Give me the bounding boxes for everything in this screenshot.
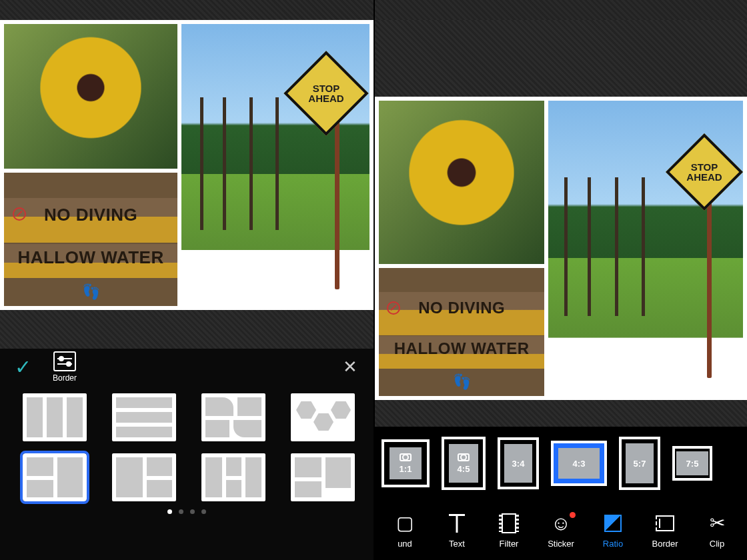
app-root: NO DIVING HALLOW WATER 👣 STOP AHEAD ✓ xyxy=(0,0,747,560)
smile-icon: ☺ xyxy=(551,512,572,535)
letterbox-top xyxy=(375,20,747,97)
ratio-4:3[interactable]: 4:3 xyxy=(551,441,607,486)
layout-option-l4[interactable] xyxy=(291,393,355,441)
layout-option-l7[interactable] xyxy=(201,453,265,501)
pane-ratio-editor: NO DIVING HALLOW WATER 👣 STOP AHEAD 1:14… xyxy=(375,0,747,560)
ratio-4:5[interactable]: 4:5 xyxy=(442,437,486,490)
page-dot[interactable] xyxy=(179,509,183,514)
border-icon xyxy=(656,512,674,535)
photo-stop-ahead[interactable]: STOP AHEAD xyxy=(181,24,369,306)
ratio-label: 7:5 xyxy=(686,459,699,469)
ratio-1:1[interactable]: 1:1 xyxy=(382,439,430,487)
layout-option-l8[interactable] xyxy=(291,453,355,501)
tool-label: Filter xyxy=(500,539,519,549)
layout-option-l1[interactable] xyxy=(23,393,87,441)
cancel-button[interactable]: ✕ xyxy=(337,354,363,380)
border-label: Border xyxy=(53,373,77,383)
status-strip xyxy=(375,0,747,20)
border-icon xyxy=(53,351,76,371)
border-tab[interactable]: Border xyxy=(53,351,77,383)
sign-text-line1: NO DIVING xyxy=(4,205,177,225)
bottom-toolbar: ▢undTextFilter☺StickerRatioBorder✂Clip xyxy=(375,500,747,560)
layout-option-l5[interactable] xyxy=(23,453,87,501)
tool-background[interactable]: ▢und xyxy=(379,512,431,549)
tool-label: und xyxy=(398,539,412,549)
tool-label: Clip xyxy=(710,539,724,549)
photo-flower[interactable] xyxy=(4,24,177,169)
tool-text[interactable]: Text xyxy=(431,512,483,549)
notification-dot xyxy=(570,512,576,518)
ratio-label: 4:5 xyxy=(458,464,470,474)
layout-panel-header: ✓ Border ✕ xyxy=(0,349,374,384)
layout-grid xyxy=(0,384,374,505)
feet-icon: 👣 xyxy=(4,283,177,301)
layout-option-l2[interactable] xyxy=(112,393,176,441)
layout-option-l6[interactable] xyxy=(112,453,176,501)
instagram-icon xyxy=(458,453,470,461)
layout-panel: ✓ Border ✕ xyxy=(0,310,374,560)
photo-flower[interactable] xyxy=(379,101,544,264)
ratio-3:4[interactable]: 3:4 xyxy=(498,437,539,489)
sign-pole xyxy=(707,201,712,379)
tool-label: Border xyxy=(652,539,678,549)
sign-pole xyxy=(335,120,339,289)
letterbox-bottom xyxy=(375,400,747,427)
ratio-label: 5:7 xyxy=(634,459,646,469)
instagram-icon xyxy=(400,453,412,461)
tool-label: Text xyxy=(449,539,465,549)
page-dot[interactable] xyxy=(201,509,206,514)
ratio-strip[interactable]: 1:14:53:44:35:77:5 xyxy=(375,427,747,500)
ratio-label: 3:4 xyxy=(512,459,525,469)
confirm-button[interactable]: ✓ xyxy=(11,354,35,380)
status-strip xyxy=(0,0,374,20)
tool-sticker[interactable]: ☺Sticker xyxy=(535,512,587,549)
square-icon: ▢ xyxy=(396,512,414,535)
ratio-label: 1:1 xyxy=(400,464,412,474)
collage-preview[interactable]: NO DIVING HALLOW WATER 👣 STOP AHEAD xyxy=(0,20,374,310)
page-dots[interactable] xyxy=(0,505,374,521)
photo-stop-ahead[interactable]: STOP AHEAD xyxy=(548,101,743,396)
page-dot[interactable] xyxy=(167,509,172,514)
text-icon xyxy=(449,512,465,535)
ratio-icon xyxy=(604,512,622,535)
ratio-7:5[interactable]: 7:5 xyxy=(672,446,712,481)
tool-clip[interactable]: ✂Clip xyxy=(691,512,743,549)
tool-filter[interactable]: Filter xyxy=(483,512,535,549)
collage-preview[interactable]: NO DIVING HALLOW WATER 👣 STOP AHEAD xyxy=(375,97,747,400)
page-dot[interactable] xyxy=(190,509,195,514)
sign-text-line2: HALLOW WATER xyxy=(4,247,177,268)
tool-border[interactable]: Border xyxy=(639,512,691,549)
photo-pool-signs[interactable]: NO DIVING HALLOW WATER 👣 xyxy=(4,173,177,306)
sign-text-line1: NO DIVING xyxy=(379,299,544,317)
tool-label: Sticker xyxy=(548,539,574,549)
photo-pool-signs[interactable]: NO DIVING HALLOW WATER 👣 xyxy=(379,268,544,396)
panel-texture xyxy=(0,310,374,349)
pane-layout-editor: NO DIVING HALLOW WATER 👣 STOP AHEAD ✓ xyxy=(0,0,375,560)
ratio-5:7[interactable]: 5:7 xyxy=(619,437,660,490)
feet-icon: 👣 xyxy=(379,373,544,391)
film-icon xyxy=(502,512,516,535)
scissors-icon: ✂ xyxy=(710,512,725,535)
tool-label: Ratio xyxy=(603,539,623,549)
layout-option-l3[interactable] xyxy=(201,393,265,441)
tool-ratio[interactable]: Ratio xyxy=(587,512,639,549)
ratio-label: 4:3 xyxy=(573,459,586,469)
sign-text-line2: HALLOW WATER xyxy=(379,339,544,358)
